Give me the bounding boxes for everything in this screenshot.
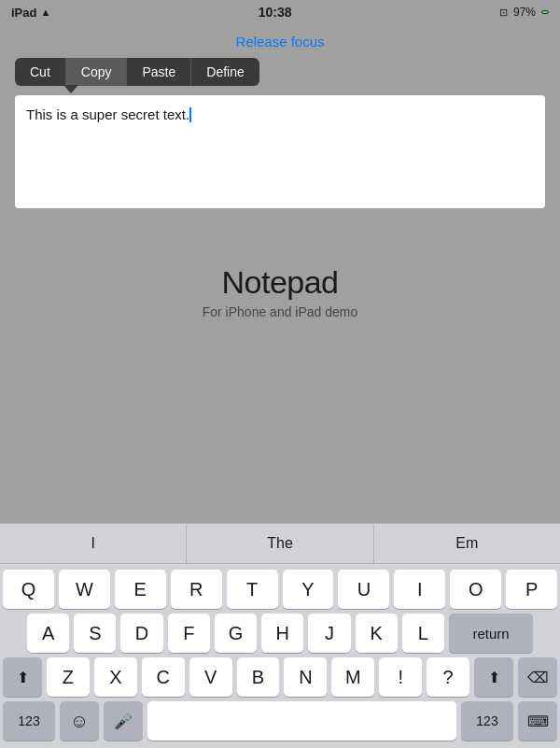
suggestion-em[interactable]: Em	[374, 524, 560, 563]
key-return[interactable]: return	[449, 614, 533, 653]
key-m[interactable]: M	[331, 657, 374, 697]
key-x[interactable]: X	[94, 657, 137, 697]
carrier-text: iPad	[11, 6, 36, 20]
keyboard-row-1: Q W E R T Y U I O P	[3, 570, 557, 609]
keyboard-row-2: A S D F G H J K L return	[3, 614, 557, 653]
status-bar: iPad ▲ 10:38 ⊡ 97%	[0, 0, 560, 24]
key-k[interactable]: K	[356, 614, 398, 653]
key-i[interactable]: I	[394, 570, 445, 609]
suggestion-the[interactable]: The	[187, 524, 373, 563]
key-space[interactable]	[147, 701, 456, 741]
wifi-icon: ▲	[40, 7, 50, 18]
key-q[interactable]: Q	[3, 570, 54, 609]
define-button[interactable]: Define	[191, 58, 259, 86]
key-shift-right[interactable]: ⬆	[474, 657, 513, 697]
context-menu: Cut Copy Paste Define	[15, 58, 259, 86]
suggestion-i[interactable]: I	[0, 524, 187, 563]
key-t[interactable]: T	[227, 570, 278, 609]
key-b[interactable]: B	[237, 657, 280, 697]
key-s[interactable]: S	[74, 614, 116, 653]
battery-percent: 97%	[513, 6, 536, 19]
key-f[interactable]: F	[168, 614, 210, 653]
main-content: Release focus Cut Copy Paste Define This…	[0, 24, 560, 319]
keyboard-row-3: ⬆ Z X C V B N M ! ? ⬆ ⌫	[3, 657, 557, 697]
key-exclamation[interactable]: !	[379, 657, 422, 697]
key-emoji[interactable]: ☺	[60, 701, 99, 741]
app-title-area: Notepad For iPhone and iPad demo	[0, 264, 560, 319]
backspace-icon: ⌫	[527, 669, 549, 686]
keyboard: Q W E R T Y U I O P A S D F G H J K L re…	[0, 564, 560, 748]
keyboard-icon: ⌨	[527, 713, 549, 730]
key-keyboard[interactable]: ⌨	[518, 701, 557, 741]
notepad-textarea[interactable]: This is a super secret text.	[15, 95, 545, 208]
key-d[interactable]: D	[120, 614, 162, 653]
emoji-icon: ☺	[70, 711, 89, 732]
release-focus-link[interactable]: Release focus	[235, 34, 324, 49]
paste-button[interactable]: Paste	[127, 58, 191, 86]
release-focus-container: Release focus	[0, 34, 560, 50]
key-g[interactable]: G	[215, 614, 257, 653]
cut-button[interactable]: Cut	[15, 58, 66, 86]
battery-icon	[541, 10, 549, 14]
app-title: Notepad	[0, 264, 560, 301]
key-p[interactable]: P	[506, 570, 557, 609]
key-c[interactable]: C	[142, 657, 185, 697]
key-r[interactable]: R	[171, 570, 222, 609]
app-subtitle: For iPhone and iPad demo	[0, 304, 560, 319]
key-y[interactable]: Y	[283, 570, 334, 609]
suggestion-bar: I The Em	[0, 523, 560, 564]
key-question[interactable]: ?	[427, 657, 469, 697]
text-cursor	[189, 107, 191, 122]
textarea-text: This is a super secret text.	[26, 105, 534, 124]
key-j[interactable]: J	[308, 614, 350, 653]
key-u[interactable]: U	[338, 570, 389, 609]
key-a[interactable]: A	[27, 614, 69, 653]
key-num-right[interactable]: 123	[461, 701, 513, 741]
keyboard-area: I The Em Q W E R T Y U I O P A S D F G H…	[0, 523, 560, 748]
key-e[interactable]: E	[115, 570, 166, 609]
key-w[interactable]: W	[59, 570, 110, 609]
screen-icon: ⊡	[499, 7, 508, 19]
key-v[interactable]: V	[189, 657, 232, 697]
context-menu-container: Cut Copy Paste Define	[0, 58, 560, 86]
time-label: 10:38	[259, 5, 292, 20]
carrier-label: iPad ▲	[11, 6, 50, 20]
mic-icon: 🎤	[114, 713, 133, 730]
key-o[interactable]: O	[450, 570, 501, 609]
key-mic[interactable]: 🎤	[104, 701, 143, 741]
shift-right-icon: ⬆	[488, 669, 500, 686]
shift-left-icon: ⬆	[17, 669, 29, 686]
copy-button[interactable]: Copy	[66, 58, 128, 86]
key-z[interactable]: Z	[47, 657, 90, 697]
key-h[interactable]: H	[261, 614, 303, 653]
key-l[interactable]: L	[402, 614, 444, 653]
status-right: ⊡ 97%	[499, 6, 549, 19]
key-n[interactable]: N	[284, 657, 327, 697]
keyboard-bottom-row: 123 ☺ 🎤 123 ⌨	[3, 701, 557, 741]
key-backspace[interactable]: ⌫	[518, 657, 557, 697]
key-num-left[interactable]: 123	[3, 701, 55, 741]
key-shift-left[interactable]: ⬆	[3, 657, 42, 697]
